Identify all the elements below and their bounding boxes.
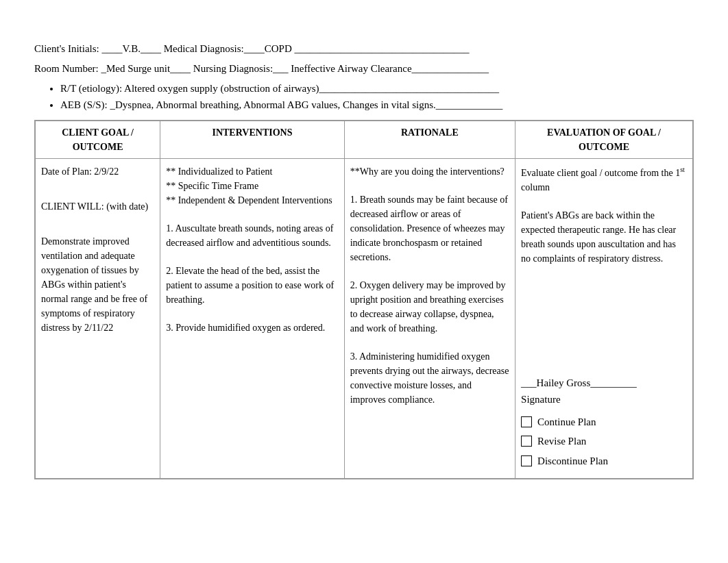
header-line1: Client's Initials: ____V.B.____ Medical … <box>34 41 694 57</box>
evaluation-cell: Evaluate client goal / outcome from the … <box>515 159 693 479</box>
signature-word: Signature <box>521 392 687 408</box>
rationale-3: 3. Administering humidified oxygen preve… <box>350 349 509 407</box>
revise-plan-label: Revise Plan <box>537 434 586 449</box>
header-col1: CLIENT GOAL / OUTCOME <box>36 121 160 159</box>
discontinue-plan-label: Discontinue Plan <box>537 453 608 469</box>
discontinue-plan-row: Discontinue Plan <box>521 453 687 469</box>
client-goal: Demonstrate improved ventilation and ade… <box>41 234 154 335</box>
revise-plan-checkbox[interactable] <box>521 436 532 447</box>
header-col2: INTERVENTIONS <box>160 121 345 159</box>
bullet-section: R/T (etiology): Altered oxygen supply (o… <box>48 80 694 113</box>
discontinue-plan-checkbox[interactable] <box>521 455 532 466</box>
rationale-cell: **Why are you doing the interventions? 1… <box>344 159 515 479</box>
rationale-header-note: **Why are you doing the interventions? <box>350 164 509 179</box>
client-will: CLIENT WILL: (with date) <box>41 199 154 214</box>
date-of-plan: Date of Plan: 2/9/22 <box>41 164 154 179</box>
page: Client's Initials: ____V.B.____ Medical … <box>0 0 728 563</box>
bullet1: R/T (etiology): Altered oxygen supply (o… <box>60 80 694 97</box>
eval-note: Evaluate client goal / outcome from the … <box>521 164 687 195</box>
continue-plan-checkbox[interactable] <box>521 416 532 427</box>
rationale-2: 2. Oxygen delivery may be improved by up… <box>350 278 509 336</box>
intervention-header-note: ** Individualized to Patient ** Specific… <box>166 164 339 208</box>
header-col4: EVALUATION OF GOAL / OUTCOME <box>515 121 693 159</box>
header-col3: RATIONALE <box>344 121 515 159</box>
intervention-2: 2. Elevate the head of the bed, assist t… <box>166 264 339 307</box>
rationale-1: 1. Breath sounds may be faint because of… <box>350 192 509 264</box>
continue-plan-row: Continue Plan <box>521 414 687 430</box>
signature-line: ___Hailey Gross_________ <box>521 375 687 391</box>
continue-plan-label: Continue Plan <box>537 414 596 430</box>
intervention-3: 3. Provide humidified oxygen as ordered. <box>166 321 339 335</box>
intervention-1: 1. Auscultate breath sounds, noting area… <box>166 221 339 250</box>
header-line2: Room Number: _Med Surge unit____ Nursing… <box>34 61 694 77</box>
care-plan-table: CLIENT GOAL / OUTCOME INTERVENTIONS RATI… <box>34 120 694 479</box>
interventions-cell: ** Individualized to Patient ** Specific… <box>160 159 345 479</box>
goal-cell: Date of Plan: 2/9/22 CLIENT WILL: (with … <box>36 159 160 479</box>
revise-plan-row: Revise Plan <box>521 434 687 449</box>
bullet2: AEB (S/S): _Dyspnea, Abnormal breathing,… <box>60 97 694 113</box>
abg-note: Patient's ABGs are back within the expec… <box>521 208 687 266</box>
